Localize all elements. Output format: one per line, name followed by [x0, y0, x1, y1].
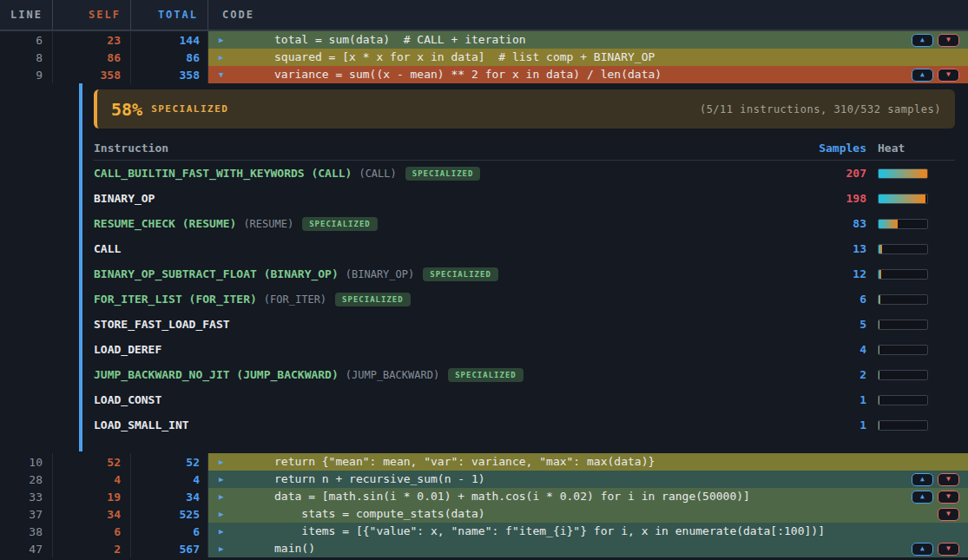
instruction-samples: 6	[806, 293, 866, 306]
col-header-instruction[interactable]: Instruction	[94, 142, 806, 155]
expand-toggle-icon[interactable]: ▶	[219, 510, 227, 518]
specialization-banner: 58% SPECIALIZED (5/11 instructions, 310/…	[94, 89, 955, 128]
collapse-toggle-icon[interactable]: ▼	[219, 70, 227, 79]
instruction-name: JUMP_BACKWARD_NO_JIT (JUMP_BACKWARD)	[94, 368, 339, 381]
heat-bar	[878, 320, 928, 330]
code-cell[interactable]: ▶return {"mean": mean, "var": variance, …	[208, 453, 968, 471]
line-number: 47	[0, 540, 53, 557]
specialized-badge: SPECIALIZED	[405, 167, 481, 181]
instruction-name: BINARY_OP	[94, 192, 155, 205]
jump-up-button[interactable]: ▲	[912, 491, 933, 504]
specialized-badge: SPECIALIZED	[448, 368, 524, 382]
expand-toggle-icon[interactable]: ▶	[219, 527, 227, 536]
instruction-name: FOR_ITER_LIST (FOR_ITER)	[94, 293, 257, 306]
heat-bar-fill	[879, 371, 879, 379]
expand-toggle-icon[interactable]: ▶	[219, 458, 227, 466]
heat-bar	[878, 244, 928, 254]
instruction-name: LOAD_SMALL_INT	[94, 418, 189, 432]
code-text: return n + recursive_sum(n - 1)	[274, 471, 485, 488]
heat-bar	[878, 420, 928, 431]
code-line-row: 623144▶total = sum(data) # CALL + iterat…	[0, 31, 968, 49]
total-samples: 144	[131, 31, 208, 49]
specialized-badge: SPECIALIZED	[335, 293, 411, 306]
specialization-summary: (5/11 instructions, 310/532 samples)	[700, 103, 941, 115]
instruction-samples: 4	[806, 343, 866, 356]
instruction-samples: 5	[806, 318, 866, 331]
col-header-total[interactable]: TOTAL	[131, 0, 208, 30]
expand-toggle-icon[interactable]: ▶	[219, 544, 227, 553]
expand-toggle-icon[interactable]: ▶	[219, 475, 227, 484]
expand-toggle-icon[interactable]: ▶	[219, 36, 227, 44]
code-line-row: 88686▶squared = [x * x for x in data] # …	[0, 49, 968, 66]
col-header-self[interactable]: SELF	[53, 0, 131, 30]
jump-down-button[interactable]: ▼	[938, 34, 959, 47]
code-cell[interactable]: ▶data = [math.sin(i * 0.01) + math.cos(i…	[208, 488, 968, 505]
self-samples: 2	[53, 540, 131, 557]
instruction-samples: 13	[806, 242, 866, 255]
code-text: return {"mean": mean, "var": variance, "…	[274, 453, 655, 471]
instruction-row: LOAD_SMALL_INT1	[94, 412, 955, 438]
row-nav-buttons: ▲▼	[912, 34, 959, 47]
total-samples: 567	[131, 540, 208, 557]
total-samples: 52	[131, 453, 208, 471]
expansion-indent-guide	[79, 83, 82, 451]
instruction-name: LOAD_CONST	[94, 393, 161, 406]
code-text: squared = [x * x for x in data] # list c…	[274, 49, 655, 66]
expand-toggle-icon[interactable]: ▶	[219, 492, 227, 501]
code-cell[interactable]: ▶ stats = compute_stats(data)▼	[208, 505, 968, 523]
col-header-code[interactable]: CODE	[208, 0, 968, 30]
heat-bar	[878, 168, 928, 179]
heat-bar	[878, 269, 928, 280]
col-header-heat: Heat	[878, 142, 928, 155]
heat-bar-fill	[879, 270, 881, 279]
total-samples: 525	[131, 505, 208, 523]
jump-down-button[interactable]: ▼	[938, 508, 959, 521]
instruction-row: JUMP_BACKWARD_NO_JIT (JUMP_BACKWARD)(JUM…	[94, 362, 955, 387]
instruction-name: BINARY_OP_SUBTRACT_FLOAT (BINARY_OP)	[94, 267, 339, 280]
code-text: main()	[274, 540, 315, 557]
code-cell[interactable]: ▶main()▲▼	[208, 540, 968, 557]
code-line-row: 9358358▼variance = sum((x - mean) ** 2 f…	[0, 66, 968, 83]
specialized-badge: SPECIALIZED	[302, 217, 378, 231]
code-cell[interactable]: ▶return n + recursive_sum(n - 1)▲▼	[208, 471, 968, 488]
code-cell[interactable]: ▶total = sum(data) # CALL + iteration▲▼	[208, 31, 968, 49]
jump-up-button[interactable]: ▲	[912, 543, 933, 556]
code-line-row: 472567▶main()▲▼	[0, 540, 968, 557]
self-samples: 6	[53, 523, 131, 540]
instruction-base-opcode: (BINARY_OP)	[346, 268, 414, 280]
code-line-row: 331934▶data = [math.sin(i * 0.01) + math…	[0, 488, 968, 505]
instruction-name: RESUME_CHECK (RESUME)	[94, 217, 236, 230]
code-text: stats = compute_stats(data)	[274, 505, 485, 523]
heat-bar-fill	[879, 320, 879, 329]
line-number: 8	[0, 49, 53, 66]
code-rows-bottom: 105252▶return {"mean": mean, "var": vari…	[0, 453, 968, 557]
jump-up-button[interactable]: ▲	[912, 473, 933, 486]
row-nav-buttons: ▲▼	[912, 69, 959, 82]
instruction-name-group: CALL	[94, 242, 806, 255]
col-header-samples[interactable]: Samples	[806, 142, 866, 155]
code-cell[interactable]: ▶squared = [x * x for x in data] # list …	[208, 49, 968, 66]
heat-bar-fill	[879, 220, 898, 228]
total-samples: 6	[131, 523, 208, 540]
code-text: total = sum(data) # CALL + iteration	[274, 31, 526, 49]
col-header-line[interactable]: LINE	[0, 0, 53, 30]
expand-toggle-icon[interactable]: ▶	[219, 53, 227, 62]
line-number: 37	[0, 505, 53, 523]
jump-up-button[interactable]: ▲	[912, 34, 933, 47]
jump-down-button[interactable]: ▼	[938, 69, 959, 82]
instruction-name: CALL	[94, 242, 121, 255]
jump-down-button[interactable]: ▼	[938, 473, 959, 486]
line-number: 9	[0, 66, 53, 83]
code-cell[interactable]: ▼variance = sum((x - mean) ** 2 for x in…	[208, 66, 968, 83]
instruction-samples: 12	[806, 267, 866, 280]
instruction-table-body: CALL_BUILTIN_FAST_WITH_KEYWORDS (CALL)(C…	[94, 161, 955, 438]
jump-down-button[interactable]: ▼	[938, 543, 959, 556]
instruction-samples: 1	[806, 393, 866, 406]
heat-bar	[878, 345, 928, 355]
jump-up-button[interactable]: ▲	[912, 69, 933, 82]
jump-down-button[interactable]: ▼	[938, 491, 959, 504]
specialized-percent: 58%	[111, 99, 142, 120]
line-number: 6	[0, 31, 53, 49]
instruction-samples: 1	[806, 418, 866, 432]
code-cell[interactable]: ▶ items = [{"value": x, "name": f"item_{…	[208, 523, 968, 540]
